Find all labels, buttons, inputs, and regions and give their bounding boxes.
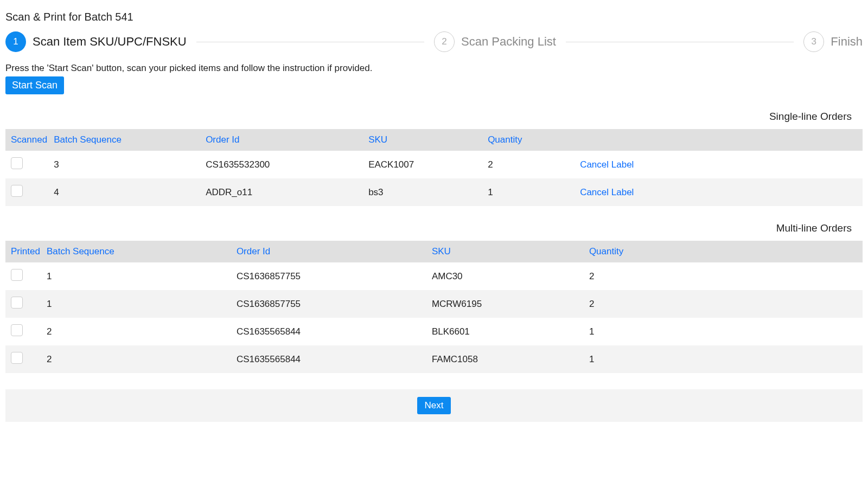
step-1-circle: 1 bbox=[5, 31, 26, 52]
table-header-row: Printed Batch Sequence Order Id SKU Quan… bbox=[5, 241, 863, 262]
cell-batch-sequence: 2 bbox=[43, 345, 233, 373]
instruction-text: Press the 'Start Scan' button, scan your… bbox=[5, 63, 863, 74]
cell-order-id: CS1636857755 bbox=[233, 262, 429, 290]
footer-bar: Next bbox=[5, 389, 863, 422]
col-batch-sequence[interactable]: Batch Sequence bbox=[43, 241, 233, 262]
printed-checkbox[interactable] bbox=[11, 297, 23, 309]
printed-checkbox[interactable] bbox=[11, 269, 23, 281]
cell-quantity: 2 bbox=[586, 262, 863, 290]
cell-batch-sequence: 1 bbox=[43, 262, 233, 290]
table-row: 4 ADDR_o11 bs3 1 Cancel Label bbox=[5, 178, 863, 206]
cancel-label-link[interactable]: Cancel Label bbox=[580, 159, 634, 170]
cancel-label-link[interactable]: Cancel Label bbox=[580, 187, 634, 197]
single-line-orders-table: Scanned Batch Sequence Order Id SKU Quan… bbox=[5, 129, 863, 206]
col-batch-sequence[interactable]: Batch Sequence bbox=[50, 129, 202, 151]
table-row: 2 CS1635565844 FAMC1058 1 bbox=[5, 345, 863, 373]
cell-quantity: 1 bbox=[586, 318, 863, 345]
table-row: 2 CS1635565844 BLK6601 1 bbox=[5, 318, 863, 345]
col-order-id[interactable]: Order Id bbox=[202, 129, 365, 151]
step-divider bbox=[566, 42, 794, 42]
cell-quantity: 2 bbox=[586, 290, 863, 318]
cell-sku: MCRW6195 bbox=[429, 290, 586, 318]
cell-quantity: 1 bbox=[484, 178, 577, 206]
col-sku[interactable]: SKU bbox=[429, 241, 586, 262]
step-2-label: Scan Packing List bbox=[461, 35, 556, 49]
cell-batch-sequence: 1 bbox=[43, 290, 233, 318]
page-title: Scan & Print for Batch 541 bbox=[5, 11, 863, 23]
scanned-checkbox[interactable] bbox=[11, 157, 23, 169]
col-quantity[interactable]: Quantity bbox=[484, 129, 577, 151]
cell-order-id: CS1635532300 bbox=[202, 151, 365, 178]
multi-line-orders-table: Printed Batch Sequence Order Id SKU Quan… bbox=[5, 241, 863, 373]
cell-batch-sequence: 3 bbox=[50, 151, 202, 178]
step-divider bbox=[196, 42, 424, 42]
cell-order-id: ADDR_o11 bbox=[202, 178, 365, 206]
cell-batch-sequence: 2 bbox=[43, 318, 233, 345]
cell-batch-sequence: 4 bbox=[50, 178, 202, 206]
step-1[interactable]: 1 Scan Item SKU/UPC/FNSKU bbox=[5, 31, 187, 52]
printed-checkbox[interactable] bbox=[11, 352, 23, 364]
col-action bbox=[577, 129, 863, 151]
cell-sku: AMC30 bbox=[429, 262, 586, 290]
cell-quantity: 1 bbox=[586, 345, 863, 373]
cell-sku: BLK6601 bbox=[429, 318, 586, 345]
table-row: 1 CS1636857755 AMC30 2 bbox=[5, 262, 863, 290]
step-2[interactable]: 2 Scan Packing List bbox=[434, 31, 556, 52]
step-1-label: Scan Item SKU/UPC/FNSKU bbox=[33, 35, 187, 49]
table-row: 3 CS1635532300 EACK1007 2 Cancel Label bbox=[5, 151, 863, 178]
start-scan-button[interactable]: Start Scan bbox=[5, 76, 64, 94]
printed-checkbox[interactable] bbox=[11, 324, 23, 336]
cell-order-id: CS1635565844 bbox=[233, 345, 429, 373]
step-3-circle: 3 bbox=[803, 31, 824, 52]
cell-order-id: CS1636857755 bbox=[233, 290, 429, 318]
step-2-circle: 2 bbox=[434, 31, 455, 52]
step-3-label: Finish bbox=[831, 35, 863, 49]
scanned-checkbox[interactable] bbox=[11, 185, 23, 197]
col-printed[interactable]: Printed bbox=[5, 241, 43, 262]
col-sku[interactable]: SKU bbox=[365, 129, 484, 151]
col-scanned[interactable]: Scanned bbox=[5, 129, 50, 151]
col-quantity[interactable]: Quantity bbox=[586, 241, 863, 262]
stepper: 1 Scan Item SKU/UPC/FNSKU 2 Scan Packing… bbox=[5, 31, 863, 52]
section-title-multi: Multi-line Orders bbox=[5, 222, 863, 234]
cell-order-id: CS1635565844 bbox=[233, 318, 429, 345]
single-line-orders-section: Single-line Orders Scanned Batch Sequenc… bbox=[5, 111, 863, 206]
cell-quantity: 2 bbox=[484, 151, 577, 178]
col-order-id[interactable]: Order Id bbox=[233, 241, 429, 262]
next-button[interactable]: Next bbox=[417, 397, 451, 414]
section-title-single: Single-line Orders bbox=[5, 111, 863, 123]
cell-sku: FAMC1058 bbox=[429, 345, 586, 373]
cell-sku: bs3 bbox=[365, 178, 484, 206]
multi-line-orders-section: Multi-line Orders Printed Batch Sequence… bbox=[5, 222, 863, 373]
step-3[interactable]: 3 Finish bbox=[803, 31, 863, 52]
cell-sku: EACK1007 bbox=[365, 151, 484, 178]
table-row: 1 CS1636857755 MCRW6195 2 bbox=[5, 290, 863, 318]
table-header-row: Scanned Batch Sequence Order Id SKU Quan… bbox=[5, 129, 863, 151]
